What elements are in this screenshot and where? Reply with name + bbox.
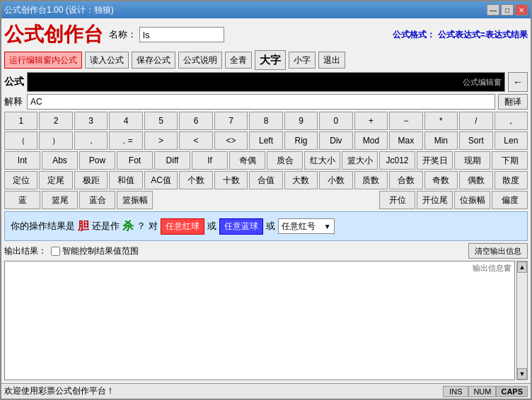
close-button[interactable]: ✕ xyxy=(515,4,528,16)
key-tail[interactable]: 定尾 xyxy=(39,171,72,189)
ins-indicator: INS xyxy=(443,386,468,397)
backspace-button[interactable]: ← xyxy=(508,72,528,92)
key-sort[interactable]: Sort xyxy=(459,131,492,150)
clear-output-button[interactable]: 清空输出信息 xyxy=(468,243,528,259)
output-scrollbar[interactable]: ▲ ▼ xyxy=(516,261,528,380)
key-red-size[interactable]: 红大小 xyxy=(304,151,340,170)
key-abs[interactable]: Abs xyxy=(42,151,78,170)
key-5[interactable]: 5 xyxy=(144,112,178,130)
smart-control-check[interactable] xyxy=(51,247,60,256)
key-blue[interactable]: 蓝 xyxy=(4,191,40,209)
key-dot[interactable]: ． xyxy=(74,131,108,150)
key-ac-val[interactable]: AC值 xyxy=(144,171,178,189)
key-blue-tail[interactable]: 篮尾 xyxy=(42,191,78,209)
key-even[interactable]: 偶数 xyxy=(459,171,492,189)
key-pos-amp[interactable]: 位振幅 xyxy=(454,191,490,209)
result-dropdown[interactable]: 任意红号 ▼ xyxy=(278,218,335,234)
exit-button[interactable]: 退出 xyxy=(318,52,345,69)
key-lottery-day[interactable]: 开奖日 xyxy=(417,151,453,170)
key-9[interactable]: 9 xyxy=(284,112,318,130)
key-1[interactable]: 1 xyxy=(4,112,37,130)
key-individual[interactable]: 个数 xyxy=(179,171,212,189)
key-2[interactable]: 2 xyxy=(39,112,72,130)
key-7[interactable]: 7 xyxy=(214,112,248,130)
key-4[interactable]: 4 xyxy=(109,112,142,130)
key-0[interactable]: 0 xyxy=(319,112,352,130)
key-ten[interactable]: 十数 xyxy=(214,171,248,189)
key-sum[interactable]: 和值 xyxy=(109,171,142,189)
key-range[interactable]: 极距 xyxy=(74,171,108,189)
name-label: 名称： xyxy=(109,28,137,41)
key-prime[interactable]: 质数 xyxy=(354,171,388,189)
output-window[interactable]: 输出信息窗 xyxy=(4,261,515,380)
scroll-down-button[interactable]: ▼ xyxy=(517,368,527,380)
key-scatter[interactable]: 散度 xyxy=(495,171,528,189)
save-button[interactable]: 保存公式 xyxy=(132,52,175,69)
key-blue-size[interactable]: 篮大小 xyxy=(342,151,378,170)
key-if[interactable]: If xyxy=(192,151,228,170)
key-small[interactable]: 小数 xyxy=(319,171,352,189)
result-red-box[interactable]: 任意红球 xyxy=(161,218,204,235)
name-input[interactable] xyxy=(139,27,224,42)
key-lt[interactable]: < xyxy=(179,131,212,150)
key-minus[interactable]: − xyxy=(389,112,422,130)
key-empty-3 xyxy=(229,191,265,209)
maximize-button[interactable]: □ xyxy=(501,4,514,16)
key-6[interactable]: 6 xyxy=(179,112,212,130)
key-ne[interactable]: <> xyxy=(214,131,248,150)
key-rparen[interactable]: ） xyxy=(39,131,72,150)
key-locate[interactable]: 定位 xyxy=(4,171,37,189)
smart-control-checkbox[interactable]: 智能控制结果值范围 xyxy=(51,245,139,257)
key-div[interactable]: Div xyxy=(319,131,352,150)
key-next-period[interactable]: 下期 xyxy=(492,151,528,170)
result-blue-box[interactable]: 任意蓝球 xyxy=(219,218,263,235)
key-diff[interactable]: Diff xyxy=(154,151,190,170)
scroll-track xyxy=(517,273,527,368)
key-empty-6 xyxy=(342,191,378,209)
key-jc012[interactable]: Jc012 xyxy=(379,151,415,170)
key-blue-he[interactable]: 蓝合 xyxy=(79,191,115,209)
translate-button[interactable]: 翻译 xyxy=(498,94,528,110)
key-open-pos[interactable]: 开位 xyxy=(379,191,415,209)
key-int[interactable]: Int xyxy=(4,151,40,170)
key-min[interactable]: Min xyxy=(424,131,458,150)
small-button[interactable]: 小字 xyxy=(289,52,316,69)
large-button[interactable]: 大字 xyxy=(255,50,286,70)
interpret-input[interactable] xyxy=(27,94,495,110)
key-gt[interactable]: > xyxy=(144,131,178,150)
dropdown-value: 任意红号 xyxy=(282,220,316,233)
key-current-period[interactable]: 现期 xyxy=(454,151,490,170)
key-multiply[interactable]: * xyxy=(424,112,458,130)
key-blue-amp[interactable]: 篮振幅 xyxy=(117,191,153,209)
key-odd[interactable]: 奇数 xyxy=(424,171,458,189)
key-he-val[interactable]: 合值 xyxy=(249,171,282,189)
key-doteq[interactable]: ．= xyxy=(109,131,142,150)
key-odd-even[interactable]: 奇偶 xyxy=(229,151,265,170)
key-pow[interactable]: Pow xyxy=(79,151,115,170)
scroll-up-button[interactable]: ▲ xyxy=(517,261,527,273)
key-divide[interactable]: / xyxy=(459,112,492,130)
key-composite[interactable]: 合数 xyxy=(389,171,422,189)
key-max[interactable]: Max xyxy=(389,131,422,150)
key-left[interactable]: Left xyxy=(249,131,282,150)
key-comma[interactable]: ， xyxy=(495,112,528,130)
explain-button[interactable]: 公式说明 xyxy=(178,52,222,69)
key-rig[interactable]: Rig xyxy=(284,131,318,150)
formula-editor[interactable]: 公式编辑窗 xyxy=(27,72,505,92)
load-button[interactable]: 读入公式 xyxy=(85,52,129,69)
result-bold-red: 胆 xyxy=(78,219,89,234)
key-lparen[interactable]: （ xyxy=(4,131,37,150)
key-8[interactable]: 8 xyxy=(249,112,282,130)
run-button[interactable]: 运行编辑窗内公式 xyxy=(4,52,82,69)
key-large[interactable]: 大数 xyxy=(284,171,318,189)
key-len[interactable]: Len xyxy=(495,131,528,150)
key-plus[interactable]: + xyxy=(354,112,388,130)
full-button[interactable]: 全青 xyxy=(225,52,252,69)
minimize-button[interactable]: — xyxy=(487,4,499,16)
key-open-pos-tail[interactable]: 开位尾 xyxy=(417,191,453,209)
key-mod[interactable]: Mod xyxy=(354,131,388,150)
key-prime-composite[interactable]: 质合 xyxy=(267,151,303,170)
key-3[interactable]: 3 xyxy=(74,112,108,130)
key-skew[interactable]: 偏度 xyxy=(492,191,528,209)
key-fot[interactable]: Fot xyxy=(117,151,153,170)
